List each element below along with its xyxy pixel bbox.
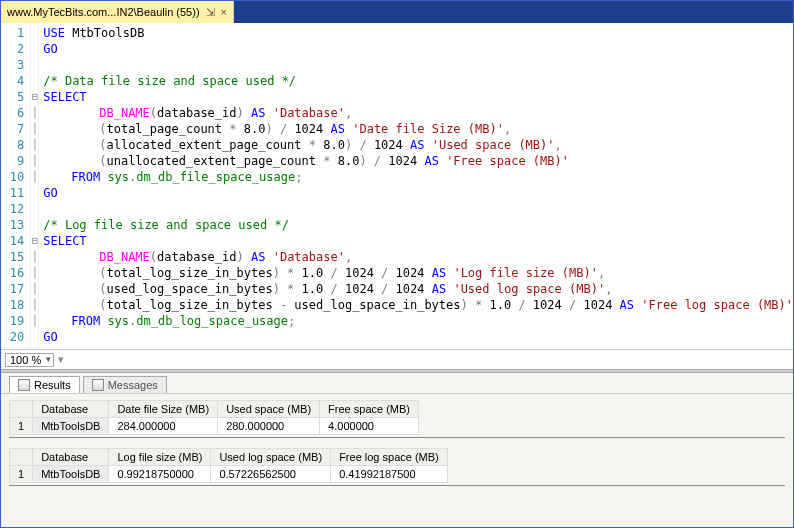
fold-gutter[interactable]: ⊟│││││⊟│││││: [31, 23, 39, 349]
column-header[interactable]: Database: [33, 401, 109, 418]
column-header[interactable]: Log file size (MB): [109, 449, 211, 466]
zoom-slider-icon[interactable]: ▾: [58, 353, 64, 366]
column-header[interactable]: [10, 449, 33, 466]
column-header[interactable]: [10, 401, 33, 418]
pin-icon[interactable]: ⇲: [206, 6, 215, 19]
column-header[interactable]: Database: [33, 449, 109, 466]
tab-strip: www.MyTecBits.com...IN2\Beaulin (55)) ⇲ …: [1, 1, 793, 23]
sql-editor[interactable]: 1234567891011121314151617181920 ⊟│││││⊟│…: [1, 23, 793, 349]
messages-icon: [92, 379, 104, 391]
table-row[interactable]: 1MtbToolsDB284.000000280.0000004.000000: [10, 418, 419, 435]
column-header[interactable]: Free space (MB): [320, 401, 419, 418]
tab-results-label: Results: [34, 379, 71, 391]
line-number-gutter: 1234567891011121314151617181920: [1, 23, 31, 349]
column-header[interactable]: Used space (MB): [218, 401, 320, 418]
column-header[interactable]: Used log space (MB): [211, 449, 331, 466]
result-grid-2: DatabaseLog file size (MB)Used log space…: [9, 448, 785, 486]
result-table[interactable]: DatabaseDate file Size (MB)Used space (M…: [9, 400, 419, 435]
column-header[interactable]: Free log space (MB): [331, 449, 448, 466]
tab-messages[interactable]: Messages: [83, 376, 167, 393]
grid-icon: [18, 379, 30, 391]
result-grid-1: DatabaseDate file Size (MB)Used space (M…: [9, 400, 785, 438]
results-tabs: Results Messages: [1, 373, 793, 394]
results-pane: DatabaseDate file Size (MB)Used space (M…: [1, 394, 793, 528]
document-tab[interactable]: www.MyTecBits.com...IN2\Beaulin (55)) ⇲ …: [1, 1, 234, 23]
fold-toggle[interactable]: ⊟: [31, 233, 38, 249]
zoom-bar: 100 % ▾: [1, 349, 793, 369]
table-row[interactable]: 1MtbToolsDB0.992187500000.572265625000.4…: [10, 466, 448, 483]
close-icon[interactable]: ×: [221, 6, 227, 18]
fold-toggle[interactable]: ⊟: [31, 89, 38, 105]
zoom-dropdown[interactable]: 100 %: [5, 353, 54, 367]
tab-messages-label: Messages: [108, 379, 158, 391]
result-table[interactable]: DatabaseLog file size (MB)Used log space…: [9, 448, 448, 483]
tab-results[interactable]: Results: [9, 376, 80, 393]
column-header[interactable]: Date file Size (MB): [109, 401, 218, 418]
code-area[interactable]: USE MtbToolsDBGO/* Data file size and sp…: [39, 23, 793, 349]
tab-title: www.MyTecBits.com...IN2\Beaulin (55)): [7, 6, 200, 18]
